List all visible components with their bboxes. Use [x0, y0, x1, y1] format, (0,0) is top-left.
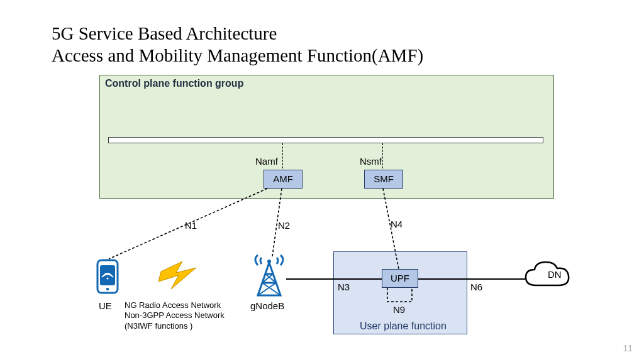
label-nsmf: Nsmf: [360, 156, 382, 167]
user-plane-label: User plane function: [360, 321, 447, 332]
lightning-icon: [157, 260, 199, 290]
riser-namf: [282, 143, 283, 168]
service-bus: [108, 137, 543, 143]
label-n2: N2: [278, 220, 290, 231]
ran-line2: Non-3GPP Access Network: [125, 310, 225, 320]
ue-icon: [96, 259, 119, 294]
gnodeb-icon: [252, 254, 287, 297]
svg-point-7: [106, 288, 109, 290]
control-plane-label: Control plane function group: [105, 78, 243, 89]
label-n4: N4: [391, 219, 402, 229]
dn-label: DN: [548, 269, 562, 280]
smf-box: SMF: [364, 170, 403, 189]
gnodeb-label: gNodeB: [250, 300, 284, 311]
amf-box: AMF: [264, 170, 303, 189]
svg-rect-6: [100, 265, 115, 285]
label-n1: N1: [185, 220, 197, 231]
title-line1: 5G Service Based Architecture: [52, 23, 277, 43]
ran-line3: (N3IWF functions ): [125, 321, 192, 331]
title-line2: Access and Mobility Management Function(…: [52, 45, 423, 65]
svg-marker-9: [158, 261, 196, 289]
label-n9: N9: [393, 304, 405, 315]
svg-point-8: [106, 277, 108, 279]
ue-label: UE: [99, 300, 112, 311]
page-title: 5G Service Based Architecture Access and…: [52, 23, 423, 67]
label-n3: N3: [338, 282, 350, 292]
slide: 5G Service Based Architecture Access and…: [0, 0, 644, 362]
ran-text: NG Radio Access Network Non-3GPP Access …: [125, 300, 225, 331]
label-n6: N6: [470, 282, 482, 292]
ran-line1: NG Radio Access Network: [125, 300, 221, 310]
label-namf: Namf: [255, 156, 278, 167]
upf-box: UPF: [382, 269, 418, 288]
riser-nsmf: [382, 143, 383, 168]
page-number: 11: [623, 343, 633, 353]
